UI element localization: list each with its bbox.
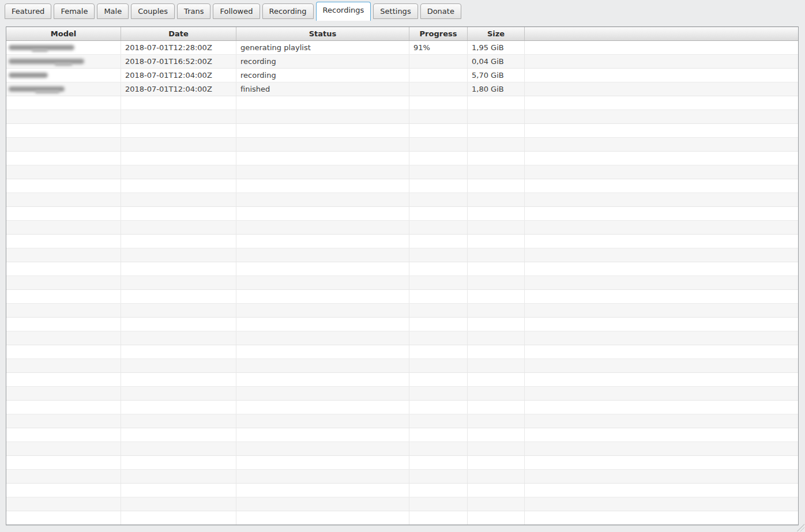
filler-cell [121,152,236,165]
filler-cell [468,207,525,220]
filler-cell [409,179,468,193]
filler-cell [468,235,525,248]
filler-cell [525,207,798,220]
window-resize-grip[interactable] [796,523,804,531]
redacted-model-name-tail [55,63,72,66]
filler-cell [468,290,525,303]
filler-cell [6,124,121,137]
filler-cell [525,110,798,123]
filler-cell [121,484,236,497]
empty-row [6,401,798,414]
filler-cell [525,41,798,54]
filler-cell [121,207,236,220]
filler-cell [525,138,798,151]
status-cell: generating playlist [236,41,409,54]
filler-cell [409,456,468,469]
filler-cell [6,511,121,525]
filler-cell [236,235,409,248]
filler-cell [525,165,798,179]
filler-cell [121,290,236,303]
filler-cell [6,373,121,386]
filler-cell [468,138,525,151]
tab-male[interactable]: Male [97,3,129,19]
filler-cell [121,221,236,234]
filler-cell [525,304,798,317]
recordings-table: ModelDateStatusProgressSize 2018-07-01T1… [6,27,799,525]
recording-row[interactable]: 2018-07-01T12:28:00Zgenerating playlist9… [6,41,798,55]
filler-cell [525,401,798,414]
column-header-date[interactable]: Date [121,27,236,40]
filler-cell [236,207,409,220]
filler-cell [236,497,409,511]
filler-cell [6,221,121,234]
size-cell: 1,95 GiB [468,41,525,54]
tab-featured[interactable]: Featured [5,3,51,19]
filler-cell [468,497,525,511]
filler-cell [409,165,468,179]
filler-cell [468,179,525,193]
filler-cell [121,110,236,123]
filler-cell [468,318,525,331]
tab-settings[interactable]: Settings [373,3,417,19]
filler-cell [409,276,468,289]
filler-cell [236,387,409,400]
filler-cell [121,318,236,331]
filler-cell [468,359,525,372]
filler-cell [409,235,468,248]
filler-cell [409,414,468,428]
filler-cell [236,414,409,428]
filler-cell [525,456,798,469]
tab-recording[interactable]: Recording [262,3,314,19]
filler-cell [468,262,525,276]
empty-row [6,318,798,331]
filler-cell [409,511,468,525]
filler-cell [525,428,798,442]
recording-row[interactable]: 2018-07-01T12:04:00Zfinished1,80 GiB [6,82,798,96]
filler-cell [6,442,121,455]
recording-row[interactable]: 2018-07-01T16:52:00Zrecording0,04 GiB [6,55,798,69]
column-header-size[interactable]: Size [468,27,525,40]
filler-cell [236,165,409,179]
filler-cell [468,304,525,317]
filler-cell [525,193,798,206]
progress-cell [409,55,468,68]
filler-cell [236,456,409,469]
column-header-filler[interactable] [525,27,798,40]
filler-cell [409,318,468,331]
column-header-status[interactable]: Status [236,27,409,40]
tab-donate[interactable]: Donate [420,3,461,19]
recording-row[interactable]: 2018-07-01T12:04:00Zrecording5,70 GiB [6,69,798,82]
status-cell: finished [236,82,409,96]
filler-cell [236,110,409,123]
filler-cell [525,470,798,483]
empty-row [6,152,798,165]
tab-couples[interactable]: Couples [131,3,175,19]
filler-cell [409,470,468,483]
filler-cell [236,401,409,414]
table-body: 2018-07-01T12:28:00Zgenerating playlist9… [6,41,798,525]
empty-row [6,207,798,221]
empty-row [6,428,798,442]
redacted-model-name [9,73,48,78]
filler-cell [6,165,121,179]
filler-cell [409,152,468,165]
column-header-progress[interactable]: Progress [409,27,468,40]
tab-female[interactable]: Female [54,3,95,19]
tab-recordings[interactable]: Recordings [316,2,371,21]
empty-row [6,138,798,152]
filler-cell [468,456,525,469]
filler-cell [236,193,409,206]
filler-cell [525,276,798,289]
filler-cell [236,276,409,289]
tab-followed[interactable]: Followed [213,3,259,19]
filler-cell [6,248,121,262]
filler-cell [6,262,121,276]
filler-cell [468,470,525,483]
filler-cell [6,497,121,511]
column-header-model[interactable]: Model [6,27,121,40]
filler-cell [236,359,409,372]
filler-cell [6,179,121,193]
filler-cell [236,345,409,359]
tab-trans[interactable]: Trans [177,3,210,19]
filler-cell [409,497,468,511]
